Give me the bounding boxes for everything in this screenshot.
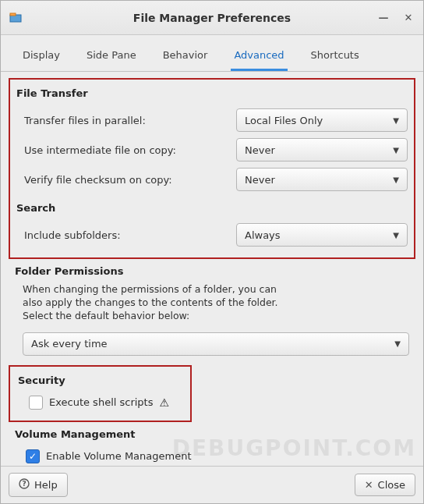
folder-permissions-desc: When changing the permissions of a folde…: [15, 283, 280, 323]
row-enable-volume: Enable Volume Management: [15, 446, 409, 466]
enable-volume-checkbox[interactable]: [26, 449, 40, 463]
row-subfolders: Include subfolders: Always ▼: [16, 220, 408, 250]
close-label: Close: [378, 479, 405, 491]
preferences-window: File Manager Preferences — ✕ Display Sid…: [0, 0, 424, 504]
minimize-button[interactable]: —: [376, 11, 390, 25]
help-button[interactable]: ? Help: [9, 473, 68, 497]
intermediate-label: Use intermediate file on copy:: [24, 144, 236, 156]
folder-permissions-combo[interactable]: Ask every time ▼: [23, 332, 409, 356]
verify-label: Verify file checksum on copy:: [24, 174, 236, 186]
folder-permissions-section: Folder Permissions When changing the per…: [9, 265, 415, 359]
tab-advanced[interactable]: Advanced: [231, 43, 287, 71]
tab-shortcuts[interactable]: Shortcuts: [308, 43, 362, 71]
content-area: File Transfer Transfer files in parallel…: [1, 72, 423, 466]
close-icon: ✕: [365, 479, 373, 491]
chevron-down-icon: ▼: [393, 231, 399, 240]
enable-volume-label: Enable Volume Management: [46, 450, 192, 462]
help-icon: ?: [19, 478, 30, 492]
window-controls: — ✕: [376, 11, 415, 25]
row-verify: Verify file checksum on copy: Never ▼: [16, 165, 408, 194]
security-heading: Security: [18, 374, 182, 386]
subfolders-label: Include subfolders:: [24, 229, 236, 241]
highlight-file-transfer-search: File Transfer Transfer files in parallel…: [9, 78, 415, 259]
parallel-value: Local Files Only: [245, 115, 323, 126]
window-title: File Manager Preferences: [1, 12, 423, 24]
svg-text:?: ?: [22, 480, 26, 488]
tab-behavior[interactable]: Behavior: [160, 43, 211, 71]
titlebar: File Manager Preferences — ✕: [1, 1, 423, 35]
parallel-label: Transfer files in parallel:: [24, 115, 236, 126]
app-icon: [9, 11, 23, 25]
highlight-security: Security Execute shell scripts ⚠: [9, 365, 192, 422]
tab-side-pane[interactable]: Side Pane: [83, 43, 140, 71]
intermediate-combo[interactable]: Never ▼: [236, 138, 408, 161]
tab-display[interactable]: Display: [19, 43, 63, 71]
chevron-down-icon: ▼: [394, 339, 401, 348]
subfolders-combo[interactable]: Always ▼: [236, 223, 408, 247]
chevron-down-icon: ▼: [393, 176, 399, 184]
folder-permissions-value: Ask every time: [31, 338, 108, 350]
subfolders-value: Always: [245, 229, 281, 241]
warning-icon: ⚠: [160, 396, 170, 409]
chevron-down-icon: ▼: [393, 116, 399, 125]
row-folder-perm: Ask every time ▼: [15, 329, 409, 359]
svg-rect-1: [10, 13, 16, 16]
close-window-button[interactable]: ✕: [401, 11, 415, 25]
parallel-combo[interactable]: Local Files Only ▼: [236, 108, 408, 132]
row-execute-scripts: Execute shell scripts ⚠: [18, 392, 182, 413]
volume-heading: Volume Management: [15, 428, 409, 440]
folder-permissions-heading: Folder Permissions: [15, 265, 409, 277]
intermediate-value: Never: [245, 144, 275, 156]
file-transfer-heading: File Transfer: [16, 87, 408, 99]
search-heading: Search: [16, 202, 408, 214]
row-parallel: Transfer files in parallel: Local Files …: [16, 105, 408, 135]
tab-bar: Display Side Pane Behavior Advanced Shor…: [1, 35, 423, 72]
volume-section: Volume Management Enable Volume Manageme…: [9, 428, 415, 466]
chevron-down-icon: ▼: [393, 146, 399, 154]
verify-value: Never: [245, 174, 275, 186]
close-button[interactable]: ✕ Close: [355, 474, 415, 496]
help-label: Help: [34, 479, 58, 491]
footer: ? Help ✕ Close: [1, 466, 423, 503]
verify-combo[interactable]: Never ▼: [236, 168, 408, 191]
execute-scripts-checkbox[interactable]: [29, 396, 43, 410]
row-intermediate: Use intermediate file on copy: Never ▼: [16, 135, 408, 165]
execute-scripts-label: Execute shell scripts: [49, 396, 154, 408]
